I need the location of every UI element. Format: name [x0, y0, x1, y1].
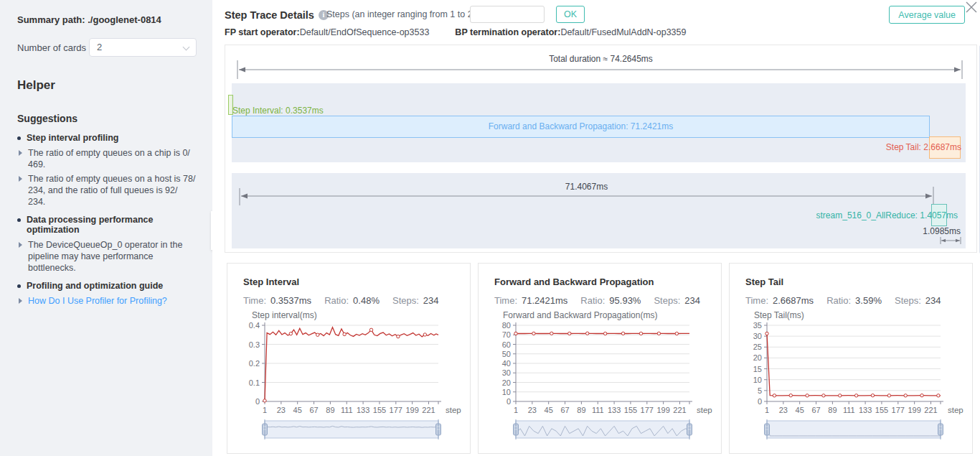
svg-text:20: 20 — [753, 353, 762, 362]
svg-text:23: 23 — [528, 406, 537, 414]
forward-backward-bar[interactable]: Forward and Backward Propagation: 71.242… — [232, 116, 930, 138]
suggestion-group-title: Profiling and optimization guide — [17, 281, 197, 291]
bullet-icon — [17, 218, 21, 222]
svg-text:0: 0 — [507, 397, 511, 406]
average-value-button[interactable]: Average value — [889, 6, 965, 24]
close-icon[interactable] — [964, 0, 979, 14]
svg-text:15: 15 — [753, 365, 762, 373]
svg-text:221: 221 — [422, 406, 435, 414]
suggestion-item: The ratio of empty queues on a chip is 0… — [19, 147, 197, 170]
suggestion-link[interactable]: How Do I Use Profiler for Profiling? — [19, 295, 197, 307]
helper-sidebar: Summary path: ./googlenet-0814 Number of… — [0, 0, 212, 456]
svg-text:60: 60 — [502, 340, 511, 349]
svg-text:0.2: 0.2 — [249, 359, 260, 368]
svg-text:67: 67 — [309, 406, 318, 414]
steps-label: Steps: — [654, 295, 680, 306]
step-interval-chart[interactable]: Step interval(ms)00.10.20.30.41234567891… — [233, 310, 466, 452]
tail-gap-arrow — [939, 236, 962, 245]
ratio-label: Ratio: — [580, 295, 605, 306]
steps-value: 234 — [423, 295, 439, 306]
time-value: 2.6687ms — [773, 295, 814, 306]
svg-text:221: 221 — [673, 406, 686, 414]
svg-text:155: 155 — [875, 406, 888, 414]
step-tail-chart[interactable]: Step Tail(ms)051015202530351234567891111… — [735, 310, 968, 452]
card-title: Step Tail — [745, 276, 783, 287]
svg-text:199: 199 — [908, 406, 920, 414]
time-label: Time: — [745, 295, 768, 306]
bp-termination-operator-label: BP termination operator: — [455, 27, 560, 37]
step-trace-panel: Step Trace Details i Steps (an integer r… — [212, 0, 980, 456]
number-of-cards-label: Number of cards — [17, 42, 86, 53]
svg-text:177: 177 — [390, 406, 402, 414]
svg-text:10: 10 — [753, 376, 762, 384]
svg-text:step: step — [446, 406, 461, 414]
ok-button[interactable]: OK — [556, 6, 585, 23]
svg-text:177: 177 — [892, 406, 905, 414]
ratio-value: 0.48% — [353, 295, 380, 306]
time-value: 71.2421ms — [522, 295, 567, 306]
card-title: Forward and Backward Propagation — [494, 276, 654, 287]
steps-label: Steps: — [392, 295, 419, 306]
svg-text:10: 10 — [502, 388, 511, 396]
helper-title: Helper — [17, 78, 197, 93]
forward-backward-chart[interactable]: Forward and Backward Propagation(ms)0102… — [484, 310, 717, 452]
svg-text:0.4: 0.4 — [249, 321, 260, 330]
suggestion-group-title: Data processing performance optimization — [17, 215, 197, 235]
steps-input[interactable] — [470, 6, 545, 23]
svg-text:80: 80 — [502, 321, 511, 330]
svg-text:50: 50 — [502, 350, 511, 358]
suggestion-list: Step interval profilingThe ratio of empt… — [17, 133, 197, 307]
steps-value: 234 — [925, 295, 941, 306]
step-trace-timeline: Total duration ≈ 74.2645ms Step Interval… — [225, 45, 977, 253]
forward-backward-card: Forward and Backward Propagation Time:71… — [478, 263, 722, 454]
svg-text:221: 221 — [924, 406, 937, 414]
summary-path: Summary path: ./googlenet-0814 — [17, 14, 197, 25]
svg-text:155: 155 — [624, 406, 637, 414]
card-stats: Time:0.3537msRatio:0.48%Steps:234 — [243, 295, 439, 306]
card-title: Step Interval — [243, 276, 299, 287]
svg-text:133: 133 — [608, 406, 621, 414]
number-of-cards-select[interactable]: 2 — [89, 38, 197, 57]
svg-text:199: 199 — [656, 406, 669, 414]
svg-text:0: 0 — [255, 397, 260, 406]
svg-text:0.1: 0.1 — [249, 378, 260, 387]
svg-text:133: 133 — [859, 406, 872, 414]
svg-text:111: 111 — [843, 406, 855, 414]
svg-text:155: 155 — [373, 406, 386, 414]
step-trace-row-2: 71.4067ms stream_516_0_AllReduce: 1.4057… — [232, 173, 966, 248]
operator-row: FP start operator:Default/EndOfSequence-… — [225, 27, 686, 37]
step-interval-label: Step Interval: 0.3537ms — [232, 106, 324, 116]
svg-text:0: 0 — [758, 397, 762, 406]
svg-text:70: 70 — [502, 330, 511, 339]
time-label: Time: — [243, 295, 266, 306]
svg-text:45: 45 — [545, 406, 553, 414]
svg-text:67: 67 — [560, 406, 569, 414]
number-of-cards-value: 2 — [97, 42, 102, 52]
svg-text:1: 1 — [765, 406, 769, 414]
svg-text:89: 89 — [828, 406, 837, 414]
steps-value: 234 — [684, 295, 700, 306]
svg-text:23: 23 — [277, 406, 286, 414]
svg-text:45: 45 — [796, 406, 804, 414]
fp-start-operator-label: FP start operator: — [225, 27, 300, 37]
step-interval-card: Step Interval Time:0.3537msRatio:0.48%St… — [227, 263, 471, 454]
tail-gap-label: 1.0985ms — [923, 226, 961, 236]
ratio-value: 3.59% — [855, 295, 882, 306]
svg-text:Step interval(ms): Step interval(ms) — [252, 310, 317, 320]
svg-text:1: 1 — [263, 406, 267, 414]
svg-text:177: 177 — [641, 406, 654, 414]
svg-text:1: 1 — [514, 406, 518, 414]
svg-text:67: 67 — [811, 406, 820, 414]
suggestions-title: Suggestions — [17, 113, 197, 124]
svg-text:Step Tail(ms): Step Tail(ms) — [754, 310, 804, 320]
ratio-label: Ratio: — [324, 295, 349, 306]
svg-text:23: 23 — [779, 406, 788, 414]
triangle-right-icon — [19, 298, 22, 304]
triangle-right-icon — [19, 176, 22, 182]
svg-text:111: 111 — [592, 406, 604, 414]
step-tail-card: Step Tail Time:2.6687msRatio:3.59%Steps:… — [729, 263, 973, 454]
svg-text:0.3: 0.3 — [249, 340, 260, 349]
card-stats: Time:71.2421msRatio:95.93%Steps:234 — [494, 295, 700, 306]
time-label: Time: — [494, 295, 517, 306]
svg-text:20: 20 — [502, 378, 511, 387]
